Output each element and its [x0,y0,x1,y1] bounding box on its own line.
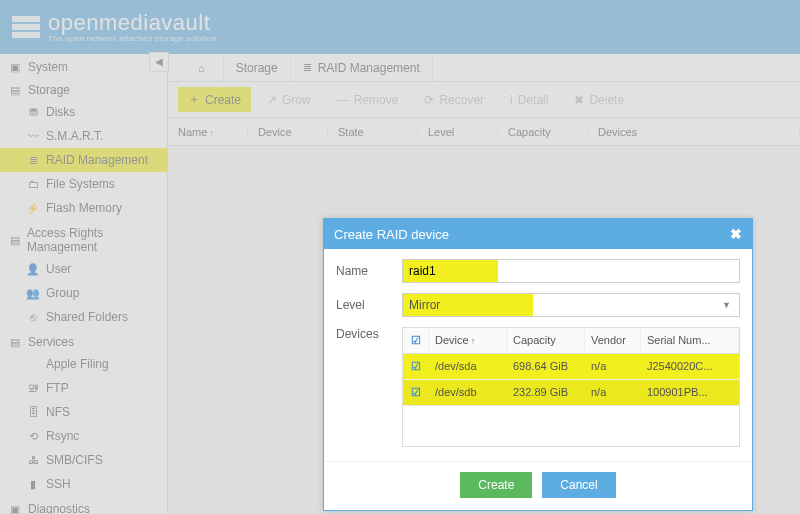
devices-label: Devices [336,327,402,341]
devices-table: ☑ Device↑ Capacity Vendor Serial Num... … [402,327,740,447]
modal-footer: Create Cancel [324,461,752,510]
table-row[interactable]: ☑ /dev/sda 698.64 GiB n/a J2540020C... [403,354,739,380]
cell-serial: 100901PB... [641,380,739,405]
col-capacity[interactable]: Capacity [507,328,585,353]
level-label: Level [336,298,402,312]
level-select[interactable]: Mirror ▼ [402,293,740,317]
col-device[interactable]: Device↑ [429,328,507,353]
checkbox-icon[interactable]: ☑ [411,360,421,372]
cell-capacity: 232.89 GiB [507,380,585,405]
cell-serial: J2540020C... [641,354,739,379]
table-empty-space [403,406,739,446]
modal-body: Name Level Mirror ▼ Devices ☑ Device↑ Ca… [324,249,752,461]
sort-asc-icon: ↑ [471,336,476,346]
name-input[interactable] [403,260,498,282]
cell-vendor: n/a [585,380,641,405]
level-value: Mirror [403,294,533,316]
modal-title: Create RAID device [334,227,449,242]
col-vendor[interactable]: Vendor [585,328,641,353]
cell-device: /dev/sdb [429,380,507,405]
chevron-down-icon[interactable]: ▼ [714,296,739,314]
create-button[interactable]: Create [460,472,532,498]
table-row[interactable]: ☑ /dev/sdb 232.89 GiB n/a 100901PB... [403,380,739,406]
cell-vendor: n/a [585,354,641,379]
devices-table-header: ☑ Device↑ Capacity Vendor Serial Num... [403,328,739,354]
col-serial[interactable]: Serial Num... [641,328,739,353]
cell-capacity: 698.64 GiB [507,354,585,379]
close-icon[interactable]: ✖ [730,226,742,242]
cancel-button[interactable]: Cancel [542,472,615,498]
checkbox-icon[interactable]: ☑ [411,386,421,398]
cell-device: /dev/sda [429,354,507,379]
create-raid-modal: Create RAID device ✖ Name Level Mirror ▼… [323,218,753,511]
checkbox-icon: ☑ [411,334,421,346]
name-label: Name [336,264,402,278]
col-check[interactable]: ☑ [403,328,429,353]
modal-header: Create RAID device ✖ [324,219,752,249]
